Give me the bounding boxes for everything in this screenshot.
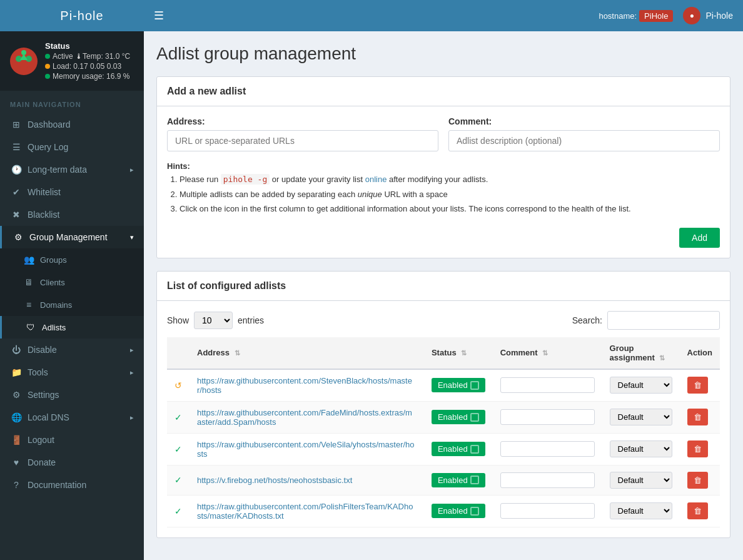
memory-dot (45, 74, 50, 79)
col-comment: Comment ⇅ (493, 337, 602, 369)
row-action: 🗑 (680, 495, 720, 527)
address-input[interactable] (167, 130, 438, 151)
clients-icon: 🖥 (23, 277, 35, 287)
hostname-area: hostname: PiHole (599, 10, 673, 22)
sidebar-item-local-dns[interactable]: 🌐 Local DNS ▸ (0, 406, 144, 429)
sidebar-label-local-dns: Local DNS (28, 412, 69, 422)
donate-icon: ♥ (10, 457, 23, 467)
check-icon: ✓ (174, 412, 182, 422)
sort-group-icon[interactable]: ⇅ (659, 354, 665, 362)
comment-input[interactable] (448, 130, 720, 151)
sidebar-label-whitelist: Whitelist (28, 187, 61, 197)
hint-2: Multiple adlists can be added by separat… (179, 188, 720, 201)
row-comment[interactable] (493, 369, 602, 402)
row-comment[interactable] (493, 401, 602, 433)
add-button[interactable]: Add (679, 228, 720, 248)
sort-status-icon[interactable]: ⇅ (461, 349, 467, 357)
sidebar-label-adlists: Adlists (42, 323, 66, 332)
sort-address-icon[interactable]: ⇅ (235, 349, 240, 357)
sidebar-label-tools: Tools (28, 367, 48, 377)
row-status: Enabled (424, 465, 493, 495)
sidebar-item-long-term-data[interactable]: 🕐 Long-term data ▸ (0, 158, 144, 181)
sidebar-label-documentation: Documentation (28, 480, 86, 490)
sidebar-item-whitelist[interactable]: ✔ Whitelist (0, 181, 144, 203)
status-memory-line: Memory usage: 16.9 % (45, 72, 130, 81)
delete-button[interactable]: 🗑 (687, 440, 708, 457)
sidebar-item-dashboard[interactable]: ⊞ Dashboard (0, 113, 144, 136)
group-select[interactable]: Default (610, 440, 672, 457)
status-toggle[interactable] (470, 445, 479, 454)
group-select[interactable]: Default (610, 409, 672, 425)
group-management-arrow: ▾ (130, 233, 134, 242)
table-row: ✓ https://v.firebog.net/hosts/neohostsba… (167, 465, 720, 495)
sort-comment-icon[interactable]: ⇅ (542, 349, 548, 357)
sidebar-item-adlists[interactable]: 🛡 Adlists (0, 316, 144, 339)
group-select[interactable]: Default (610, 472, 672, 489)
domains-icon: ≡ (23, 300, 35, 310)
address-label: Address: (167, 116, 438, 126)
local-dns-arrow: ▸ (130, 414, 134, 422)
hint1-link[interactable]: online (365, 175, 387, 184)
sidebar-item-clients[interactable]: 🖥 Clients (0, 271, 144, 293)
hamburger-menu[interactable]: ☰ (154, 9, 164, 23)
query-log-icon: ☰ (10, 142, 23, 152)
entries-select[interactable]: 10 25 50 100 (194, 312, 233, 329)
tools-arrow: ▸ (130, 369, 134, 377)
sidebar-item-documentation[interactable]: ? Documentation (0, 474, 144, 496)
status-toggle[interactable] (470, 507, 479, 516)
row-status-icon: ✓ (167, 465, 190, 495)
group-select[interactable]: Default (610, 502, 672, 519)
active-label: Active (53, 52, 73, 61)
status-toggle[interactable] (470, 476, 479, 484)
sidebar-item-donate[interactable]: ♥ Donate (0, 451, 144, 474)
sidebar-item-settings[interactable]: ⚙ Settings (0, 384, 144, 406)
pihole-logo-icon: ● (683, 7, 700, 24)
hint1-post: after modifying your adlists. (389, 175, 488, 184)
adlist-link[interactable]: https://raw.githubusercontent.com/VeleSi… (197, 440, 415, 459)
status-toggle[interactable] (470, 413, 479, 422)
sidebar-item-logout[interactable]: 🚪 Logout (0, 429, 144, 451)
show-label: Show (167, 315, 189, 325)
sidebar-item-blacklist[interactable]: ✖ Blacklist (0, 203, 144, 226)
page-title: Adlist group management (156, 44, 730, 64)
delete-button[interactable]: 🗑 (687, 377, 708, 394)
table-row: ↺ https://raw.githubusercontent.com/Stev… (167, 369, 720, 402)
row-status: Enabled (424, 433, 493, 465)
adlist-link[interactable]: https://raw.githubusercontent.com/Polish… (197, 502, 413, 521)
comment-edit-input[interactable] (500, 409, 595, 425)
adlist-link[interactable]: https://raw.githubusercontent.com/FadeMi… (197, 408, 412, 427)
delete-button[interactable]: 🗑 (687, 409, 708, 425)
sidebar-item-tools[interactable]: 📁 Tools ▸ (0, 361, 144, 384)
delete-button[interactable]: 🗑 (687, 502, 708, 519)
comment-edit-input[interactable] (500, 377, 595, 393)
sidebar-item-disable[interactable]: ⏻ Disable ▸ (0, 339, 144, 361)
group-select[interactable]: Default (610, 377, 672, 394)
sidebar-item-domains[interactable]: ≡ Domains (0, 293, 144, 316)
sidebar-item-group-management[interactable]: ⚙ Group Management ▾ (0, 226, 144, 248)
svg-point-5 (21, 50, 26, 55)
adlist-link[interactable]: https://raw.githubusercontent.com/Steven… (197, 376, 412, 395)
check-icon: ✓ (174, 506, 182, 516)
delete-button[interactable]: 🗑 (687, 472, 708, 489)
enabled-badge: Enabled (432, 378, 485, 392)
sidebar-item-groups[interactable]: 👥 Groups (0, 248, 144, 271)
row-action: 🗑 (680, 465, 720, 495)
row-comment[interactable] (493, 495, 602, 527)
sidebar: Status Active 🌡 Temp: 31.0 °C Load: 0.17… (0, 31, 144, 560)
adlist-link[interactable]: https://v.firebog.net/hosts/neohostsbasi… (197, 476, 352, 485)
comment-edit-input[interactable] (500, 503, 595, 519)
sidebar-label-settings: Settings (28, 390, 59, 400)
row-group: Default (602, 369, 680, 402)
sidebar-item-query-log[interactable]: ☰ Query Log (0, 136, 144, 158)
comment-edit-input[interactable] (500, 472, 595, 488)
check-icon: ✓ (174, 444, 182, 454)
status-toggle[interactable] (470, 381, 479, 390)
search-input[interactable] (607, 311, 720, 330)
row-status-icon: ✓ (167, 433, 190, 465)
row-status: Enabled (424, 401, 493, 433)
col-action: Action (680, 337, 720, 369)
row-comment[interactable] (493, 433, 602, 465)
comment-edit-input[interactable] (500, 441, 595, 457)
row-comment[interactable] (493, 465, 602, 495)
row-group: Default (602, 433, 680, 465)
